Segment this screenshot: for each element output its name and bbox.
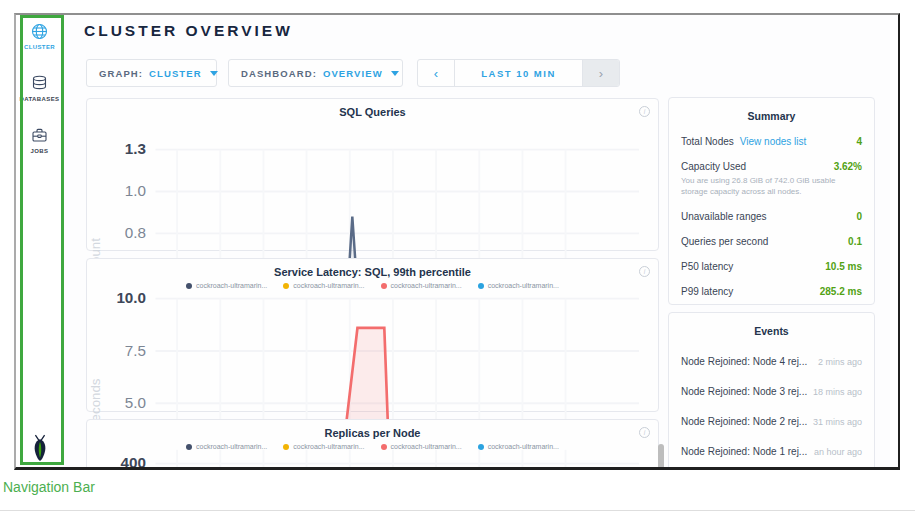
time-range-selector: ‹ LAST 10 MIN ›	[417, 59, 620, 87]
y-tick-label: 400	[121, 454, 146, 470]
sidebar-item-databases[interactable]: DATABASES	[16, 75, 63, 102]
sidebar: CLUSTER DATABASES	[16, 15, 64, 467]
sidebar-item-cluster[interactable]: CLUSTER	[16, 23, 63, 50]
app-window: CLUSTER DATABASES	[14, 13, 900, 470]
sidebar-item-label: JOBS	[31, 148, 49, 154]
info-icon[interactable]: i	[639, 427, 650, 438]
summary-row: Capacity Used3.62%	[681, 161, 862, 172]
summary-value: 4	[856, 136, 862, 147]
y-tick-label: 5.0	[125, 394, 146, 411]
event-time: 31 mins ago	[813, 417, 862, 427]
legend-label: cockroach-ultramarin...	[196, 282, 267, 289]
briefcase-icon	[31, 127, 48, 144]
dashboard-dropdown[interactable]: DASHBOARD: OVERVIEW	[228, 59, 403, 87]
globe-icon	[31, 23, 48, 40]
summary-label: Total Nodes	[681, 136, 734, 147]
legend-label: cockroach-ultramarin...	[293, 282, 364, 289]
legend-dot-icon	[381, 283, 387, 289]
summary-row: Unavailable ranges0	[681, 211, 862, 222]
chart-title: Replicas per Node	[87, 427, 658, 439]
summary-label: P99 latency	[681, 286, 733, 297]
time-next-button[interactable]: ›	[583, 60, 619, 86]
event-time: an hour ago	[814, 447, 862, 457]
summary-row: Queries per second0.1	[681, 236, 862, 247]
summary-value: 0	[856, 211, 862, 222]
summary-title: Summary	[669, 110, 874, 122]
main-content: CLUSTER OVERVIEW GRAPH: CLUSTER DASHBOAR…	[63, 15, 898, 467]
summary-label: Capacity Used	[681, 161, 746, 172]
chart-title: Service Latency: SQL, 99th percentile	[87, 266, 658, 278]
y-tick-label: 1.3	[125, 140, 146, 157]
sidebar-item-label: DATABASES	[19, 96, 59, 102]
summary-value: 3.62%	[834, 161, 862, 172]
summary-row: Total NodesView nodes list4	[681, 136, 862, 147]
charts-column: SQL Queries i 1.31.00.80.50.30.014:4014:…	[86, 98, 659, 470]
y-tick-label: 1.0	[125, 182, 146, 199]
legend-dot-icon	[478, 283, 484, 289]
event-row: Node Rejoined: Node 2 rej...31 mins ago	[681, 416, 862, 427]
legend-dot-icon	[186, 283, 192, 289]
chart-legend: cockroach-ultramarin...cockroach-ultrama…	[87, 282, 658, 289]
legend-label: cockroach-ultramarin...	[391, 282, 462, 289]
event-message: Node Rejoined: Node 3 rej...	[681, 386, 807, 397]
sidebar-item-label: CLUSTER	[24, 44, 55, 50]
summary-panel: Summary Total NodesView nodes list4Capac…	[668, 97, 875, 305]
page: CLUSTER DATABASES	[0, 0, 915, 517]
legend-item[interactable]: cockroach-ultramarin...	[283, 282, 364, 289]
summary-label: Unavailable ranges	[681, 211, 767, 222]
events-panel: Events Node Rejoined: Node 4 rej...2 min…	[668, 312, 875, 470]
dashboard-controls: GRAPH: CLUSTER DASHBOARD: OVERVIEW ‹ LAS…	[86, 59, 620, 87]
event-message: Node Rejoined: Node 4 rej...	[681, 356, 807, 367]
event-time: 18 mins ago	[813, 387, 862, 397]
cockroach-bug-icon	[29, 433, 51, 463]
event-row: Node Rejoined: Node 4 rej...2 mins ago	[681, 356, 862, 367]
info-icon[interactable]: i	[639, 106, 650, 117]
summary-value: 10.5 ms	[825, 261, 862, 272]
event-row: Node Rejoined: Node 1 rej...an hour ago	[681, 446, 862, 457]
database-icon	[31, 75, 48, 92]
page-title: CLUSTER OVERVIEW	[84, 22, 293, 40]
summary-rows: Total NodesView nodes list4Capacity Used…	[669, 136, 874, 297]
right-column: Summary Total NodesView nodes list4Capac…	[668, 97, 875, 470]
summary-subtext: You are using 26.8 GiB of 742.0 GiB usab…	[681, 175, 862, 197]
graph-dropdown-value: CLUSTER	[149, 68, 202, 79]
dashboard-dropdown-label: DASHBOARD:	[241, 68, 317, 79]
scrollbar-thumb[interactable]	[658, 444, 664, 470]
dashboard-dropdown-value: OVERVIEW	[323, 68, 383, 79]
y-tick-label: 7.5	[125, 342, 146, 359]
summary-row: P99 latency285.2 ms	[681, 286, 862, 297]
legend-label: cockroach-ultramarin...	[488, 282, 559, 289]
view-nodes-list-link[interactable]: View nodes list	[740, 136, 807, 147]
events-rows: Node Rejoined: Node 4 rej...2 mins agoNo…	[669, 356, 874, 470]
time-prev-button[interactable]: ‹	[418, 60, 454, 86]
service-latency-chart-card: Service Latency: SQL, 99th percentile i …	[86, 258, 659, 412]
y-tick-label: 0.8	[125, 224, 146, 241]
annotation-caption: Navigation Bar	[3, 479, 95, 495]
chart-title: SQL Queries	[87, 106, 658, 118]
chevron-down-icon	[210, 71, 218, 76]
bottom-divider	[0, 510, 915, 511]
summary-label: P50 latency	[681, 261, 733, 272]
legend-item[interactable]: cockroach-ultramarin...	[381, 282, 462, 289]
event-row: Node Rejoined: Node 3 rej...18 mins ago	[681, 386, 862, 397]
legend-item[interactable]: cockroach-ultramarin...	[186, 282, 267, 289]
summary-row: P50 latency10.5 ms	[681, 261, 862, 272]
summary-value: 285.2 ms	[820, 286, 862, 297]
graph-dropdown-label: GRAPH:	[99, 68, 143, 79]
legend-item[interactable]: cockroach-ultramarin...	[478, 282, 559, 289]
y-tick-label: 10.0	[116, 291, 146, 306]
graph-dropdown[interactable]: GRAPH: CLUSTER	[86, 59, 217, 87]
events-title: Events	[669, 325, 874, 337]
chevron-down-icon	[391, 71, 399, 76]
info-icon[interactable]: i	[639, 266, 650, 277]
sidebar-item-jobs[interactable]: JOBS	[16, 127, 63, 154]
legend-dot-icon	[283, 283, 289, 289]
chart-canvas: 40014:4014:4114:4214:4314:4414:4514:4614…	[87, 446, 658, 470]
event-time: 2 mins ago	[818, 357, 862, 367]
sql-queries-chart-card: SQL Queries i 1.31.00.80.50.30.014:4014:…	[86, 98, 659, 251]
cockroachdb-logo[interactable]	[29, 433, 51, 463]
replicas-per-node-chart-card: Replicas per Node i cockroach-ultramarin…	[86, 419, 659, 470]
time-range-label[interactable]: LAST 10 MIN	[454, 60, 583, 86]
summary-label: Queries per second	[681, 236, 768, 247]
summary-value: 0.1	[848, 236, 862, 247]
